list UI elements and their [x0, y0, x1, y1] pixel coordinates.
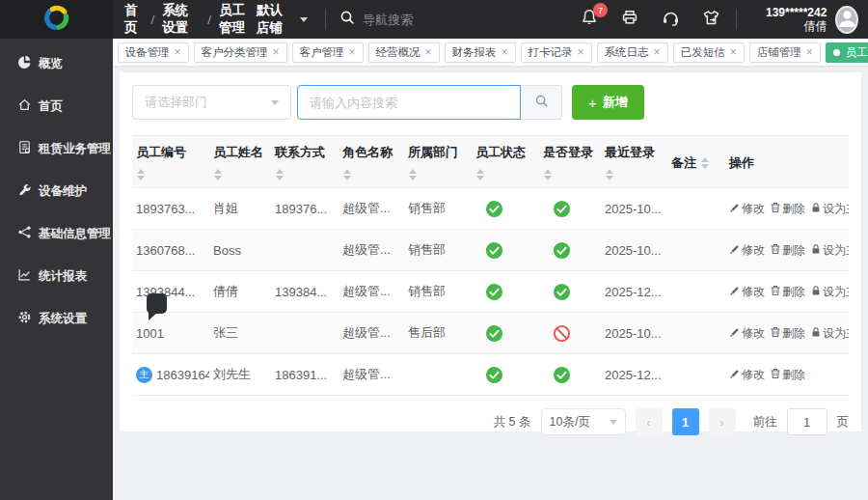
headset-icon: [662, 9, 680, 31]
col-department[interactable]: 所属部门: [404, 136, 472, 188]
tab-customer-management[interactable]: 客户管理×: [292, 42, 364, 63]
set-main-account-button[interactable]: 设为主账户: [810, 201, 849, 217]
sort-icons[interactable]: [700, 157, 710, 169]
sort-icons[interactable]: [136, 169, 146, 181]
sidebar-item-overview[interactable]: 概览: [0, 42, 113, 85]
sidebar-item-home[interactable]: 首页: [0, 85, 113, 127]
col-remark[interactable]: 备注: [667, 136, 725, 188]
trash-icon: [770, 326, 781, 341]
set-main-account-button[interactable]: 设为主账户: [810, 242, 849, 259]
tab-equipment-management[interactable]: 设备管理×: [118, 42, 189, 63]
sort-icons[interactable]: [475, 169, 485, 181]
cell-role: 超级管...: [339, 188, 404, 230]
breadcrumb-home[interactable]: 首页: [124, 2, 144, 37]
close-icon[interactable]: ×: [654, 46, 661, 58]
search-button[interactable]: [521, 85, 562, 120]
close-icon[interactable]: ×: [806, 46, 813, 58]
notifications-button[interactable]: 7: [580, 10, 599, 29]
tab-clock-records[interactable]: 打卡记录×: [521, 42, 592, 63]
sort-icons[interactable]: [213, 169, 223, 181]
col-employee-name[interactable]: 员工姓名: [209, 136, 271, 188]
delete-button[interactable]: 删除: [770, 367, 805, 383]
chevron-down-icon: [271, 100, 279, 105]
cell-contact: 189376...: [271, 188, 339, 230]
nav-search: [339, 10, 488, 29]
prev-page-button[interactable]: ‹: [636, 408, 663, 435]
col-role[interactable]: 角色名称: [339, 136, 404, 188]
current-page-button[interactable]: 1: [672, 408, 699, 435]
tab-business-overview[interactable]: 经营概况×: [368, 42, 440, 63]
sidebar-item-label: 系统设置: [39, 311, 87, 327]
col-logged-in[interactable]: 是否登录: [539, 136, 601, 188]
delete-button[interactable]: 删除: [770, 242, 805, 259]
col-employee-id[interactable]: 员工编号: [132, 136, 209, 188]
set-main-account-button[interactable]: 设为主账户: [810, 284, 849, 300]
tab-sent-sms[interactable]: 已发短信×: [673, 42, 745, 63]
sidebar-item-statistics[interactable]: 统计报表: [0, 255, 113, 297]
delete-button[interactable]: 删除: [770, 325, 805, 342]
edit-button[interactable]: 修改: [729, 201, 765, 217]
sidebar-item-system-settings[interactable]: 系统设置: [0, 297, 113, 340]
sidebar-item-equipment-maintenance[interactable]: 设备维护: [0, 170, 113, 212]
cell-last-login: 2025-10...: [601, 188, 667, 230]
cell-last-login: 2025-10...: [601, 230, 667, 271]
cell-department: 售后部: [404, 313, 472, 354]
close-icon[interactable]: ×: [502, 46, 508, 58]
breadcrumb-system-settings[interactable]: 系统设置: [162, 2, 200, 37]
close-icon[interactable]: ×: [578, 46, 584, 58]
user-info[interactable]: 139*****242 倩倩: [752, 6, 827, 33]
tab-finance-report[interactable]: 财务报表×: [445, 42, 516, 63]
sort-icons[interactable]: [605, 169, 614, 181]
col-status[interactable]: 员工状态: [472, 136, 539, 188]
col-last-login[interactable]: 最近登录: [601, 136, 667, 188]
next-page-button[interactable]: ›: [709, 408, 736, 435]
edit-button[interactable]: 修改: [729, 325, 765, 342]
goto-page-input[interactable]: [787, 408, 827, 435]
customer-service-button[interactable]: [661, 10, 680, 29]
breadcrumb-separator: /: [151, 13, 155, 27]
department-select[interactable]: 请选择部门: [132, 85, 291, 120]
edit-button[interactable]: 修改: [729, 242, 765, 259]
content-search-input[interactable]: [297, 85, 521, 120]
sort-icons[interactable]: [275, 169, 285, 181]
sidebar-item-basic-info[interactable]: 基础信息管理: [0, 212, 113, 255]
sidebar-item-rental-business[interactable]: 租赁业务管理: [0, 127, 113, 170]
close-icon[interactable]: ×: [273, 46, 280, 58]
close-icon[interactable]: ×: [730, 46, 737, 58]
tab-customer-category[interactable]: 客户分类管理×: [194, 42, 287, 63]
delete-button[interactable]: 删除: [770, 284, 805, 300]
edit-button[interactable]: 修改: [729, 284, 765, 300]
cell-department: 销售部: [404, 271, 472, 313]
close-icon[interactable]: ×: [349, 46, 356, 58]
wrench-icon: [17, 182, 32, 200]
tab-store-management[interactable]: 店铺管理×: [749, 42, 821, 63]
col-contact[interactable]: 联系方式: [271, 136, 339, 188]
app-logo[interactable]: [0, 0, 113, 39]
page-size-value: 10条/页: [550, 414, 590, 431]
close-icon[interactable]: ×: [425, 46, 432, 58]
page-size-select[interactable]: 10条/页: [541, 408, 626, 435]
table-row: 1001 张三 超级管... 售后部 2025-10... 修改删除设为主账户: [132, 313, 849, 354]
sort-icons[interactable]: [543, 169, 553, 181]
set-main-account-button[interactable]: 设为主账户: [810, 325, 849, 342]
pencil-icon: [729, 368, 741, 382]
sidebar-item-label: 基础信息管理: [39, 226, 111, 242]
document-icon: [17, 140, 32, 157]
avatar[interactable]: [835, 6, 858, 34]
nav-search-input[interactable]: [363, 13, 488, 27]
delete-button[interactable]: 删除: [770, 201, 805, 217]
cell-logged-in: [539, 313, 601, 354]
tab-system-log[interactable]: 系统日志×: [597, 42, 668, 63]
store-select[interactable]: 默认店铺: [257, 2, 308, 37]
employee-management-card: 请选择部门 + 新增 员工编号 员工姓名: [120, 72, 861, 431]
add-employee-button[interactable]: + 新增: [572, 85, 644, 120]
edit-button[interactable]: 修改: [729, 367, 765, 383]
line-chart-icon: [17, 267, 32, 285]
print-button[interactable]: [620, 10, 639, 29]
close-icon[interactable]: ×: [175, 46, 181, 58]
tab-employee-management[interactable]: 员工管理×: [826, 42, 868, 63]
chevron-down-icon: [300, 17, 308, 22]
sort-icons[interactable]: [408, 169, 418, 181]
sort-icons[interactable]: [342, 169, 352, 181]
store-switch-button[interactable]: [701, 10, 720, 29]
